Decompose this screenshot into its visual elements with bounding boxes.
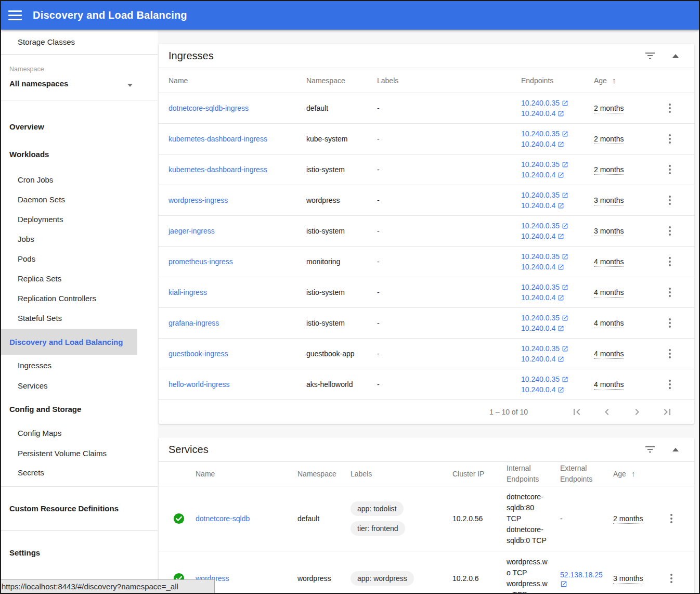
open-in-new-icon[interactable] (558, 264, 564, 270)
ingress-name-link[interactable]: dotnetcore-sqldb-ingress (168, 104, 249, 112)
sidebar-item-custom-resource-definitions[interactable]: Custom Resource Definitions (1, 487, 158, 531)
column-header-internal-endpoints[interactable]: Internal Endpoints (501, 463, 553, 485)
ingress-name-link[interactable]: guestbook-ingress (168, 350, 228, 358)
sidebar-item-daemon-sets[interactable]: Daemon Sets (1, 189, 158, 209)
sidebar-item-replication-controllers[interactable]: Replication Controllers (1, 288, 158, 308)
row-actions-menu-icon[interactable] (667, 132, 673, 146)
row-actions-menu-icon[interactable] (667, 193, 673, 207)
namespace-value[interactable]: All namespaces (9, 79, 137, 88)
column-header-labels[interactable]: Labels (351, 469, 447, 479)
sidebar-item-replica-sets[interactable]: Replica Sets (1, 268, 158, 288)
endpoint-link[interactable]: 10.240.0.4 (521, 200, 555, 211)
row-actions-menu-icon[interactable] (667, 255, 673, 268)
open-in-new-icon[interactable] (558, 386, 564, 393)
external-endpoint-link[interactable]: 52.138.18.25 (560, 570, 603, 580)
sidebar-item-overview[interactable]: Overview (1, 115, 158, 138)
endpoint-link[interactable]: 10.240.0.4 (521, 170, 555, 180)
sidebar-item-storage-classes[interactable]: Storage Classes (1, 30, 158, 55)
column-header-namespace[interactable]: Namespace (306, 76, 377, 85)
endpoint-link[interactable]: 10.240.0.35 (521, 282, 560, 292)
endpoint-link[interactable]: 10.240.0.35 (521, 128, 560, 139)
service-name-link[interactable]: dotnetcore-sqldb (196, 514, 250, 523)
sidebar-item-persistent-volume-claims[interactable]: Persistent Volume Claims (1, 443, 158, 463)
endpoint-link[interactable]: 10.240.0.4 (521, 262, 555, 272)
endpoint-link[interactable]: 10.240.0.4 (521, 108, 555, 119)
row-actions-menu-icon[interactable] (668, 512, 675, 525)
sidebar-item-discovery-and-load-balancing[interactable]: Discovery and Load Balancing (1, 329, 137, 355)
column-header-name[interactable]: Name (168, 76, 306, 85)
open-in-new-icon[interactable] (558, 202, 564, 209)
row-actions-menu-icon[interactable] (667, 286, 673, 299)
open-in-new-icon[interactable] (558, 325, 564, 332)
ingress-name-link[interactable]: grafana-ingress (168, 319, 219, 327)
first-page-icon[interactable] (571, 406, 583, 418)
chevron-down-icon[interactable] (127, 84, 133, 87)
sort-ascending-icon[interactable]: ↑ (612, 76, 616, 85)
sidebar-item-services[interactable]: Services (1, 376, 158, 395)
sidebar-item-deployments[interactable]: Deployments (1, 209, 158, 229)
row-actions-menu-icon[interactable] (667, 316, 673, 330)
endpoint-link[interactable]: 10.240.0.4 (521, 231, 555, 241)
sidebar-item-cron-jobs[interactable]: Cron Jobs (1, 170, 158, 189)
open-in-new-icon[interactable] (562, 315, 568, 321)
endpoint-link[interactable]: 10.240.0.4 (521, 323, 555, 333)
namespace-selector[interactable]: Namespace All namespaces (1, 55, 158, 100)
filter-icon[interactable] (645, 446, 655, 453)
ingress-name-link[interactable]: kubernetes-dashboard-ingress (168, 135, 267, 143)
open-in-new-icon[interactable] (562, 253, 568, 260)
open-in-new-icon[interactable] (560, 580, 567, 588)
column-header-name[interactable]: Name (196, 469, 297, 479)
endpoint-link[interactable]: 10.240.0.35 (521, 159, 560, 170)
ingress-name-link[interactable]: prometheus-ingress (168, 257, 233, 266)
endpoint-link[interactable]: 10.240.0.35 (521, 343, 560, 354)
open-in-new-icon[interactable] (558, 141, 564, 148)
endpoint-link[interactable]: 10.240.0.4 (521, 384, 555, 395)
sidebar-item-jobs[interactable]: Jobs (1, 229, 158, 249)
open-in-new-icon[interactable] (562, 345, 568, 352)
sidebar-item-stateful-sets[interactable]: Stateful Sets (1, 308, 158, 328)
endpoint-link[interactable]: 10.240.0.35 (521, 98, 560, 108)
column-header-cluster-ip[interactable]: Cluster IP (447, 469, 501, 479)
sidebar-item-ingresses[interactable]: Ingresses (1, 355, 158, 376)
column-header-endpoints[interactable]: Endpoints (521, 76, 594, 85)
ingress-name-link[interactable]: hello-world-ingress (168, 380, 230, 389)
endpoint-link[interactable]: 10.240.0.35 (521, 374, 560, 384)
ingress-name-link[interactable]: kiali-ingress (168, 288, 207, 296)
ingress-name-link[interactable]: kubernetes-dashboard-ingress (168, 165, 267, 174)
sidebar-item-settings[interactable]: Settings (1, 531, 158, 574)
endpoint-link[interactable]: 10.240.0.35 (521, 313, 560, 323)
last-page-icon[interactable] (661, 406, 673, 418)
open-in-new-icon[interactable] (558, 294, 564, 301)
endpoint-link[interactable]: 10.240.0.35 (521, 190, 560, 200)
open-in-new-icon[interactable] (558, 233, 564, 240)
collapse-card-icon[interactable] (672, 448, 679, 451)
open-in-new-icon[interactable] (562, 100, 568, 107)
sidebar-item-secrets[interactable]: Secrets (1, 463, 158, 487)
row-actions-menu-icon[interactable] (668, 572, 675, 585)
ingress-name-link[interactable]: jaeger-ingress (168, 227, 215, 235)
open-in-new-icon[interactable] (562, 284, 568, 291)
collapse-card-icon[interactable] (672, 54, 679, 58)
filter-icon[interactable] (645, 53, 655, 59)
sidebar-item-pods[interactable]: Pods (1, 249, 158, 268)
column-header-age[interactable]: Age ↑ (607, 469, 656, 479)
row-actions-menu-icon[interactable] (667, 163, 673, 176)
open-in-new-icon[interactable] (562, 131, 568, 137)
endpoint-link[interactable]: 10.240.0.35 (521, 251, 560, 262)
open-in-new-icon[interactable] (562, 161, 568, 168)
endpoint-link[interactable]: 10.240.0.4 (521, 292, 555, 303)
column-header-labels[interactable]: Labels (377, 76, 521, 85)
row-actions-menu-icon[interactable] (667, 378, 673, 391)
ingress-name-link[interactable]: wordpress-ingress (168, 196, 228, 204)
open-in-new-icon[interactable] (558, 356, 564, 363)
row-actions-menu-icon[interactable] (667, 347, 673, 360)
row-actions-menu-icon[interactable] (667, 224, 673, 238)
sort-ascending-icon[interactable]: ↑ (631, 469, 636, 479)
column-header-age[interactable]: Age ↑ (594, 76, 653, 85)
sidebar-section-workloads[interactable]: Workloads (1, 143, 158, 165)
sidebar-item-config-maps[interactable]: Config Maps (1, 422, 158, 443)
endpoint-link[interactable]: 10.240.0.4 (521, 354, 555, 364)
row-actions-menu-icon[interactable] (667, 101, 673, 115)
open-in-new-icon[interactable] (562, 223, 568, 229)
endpoint-link[interactable]: 10.240.0.4 (521, 139, 555, 149)
